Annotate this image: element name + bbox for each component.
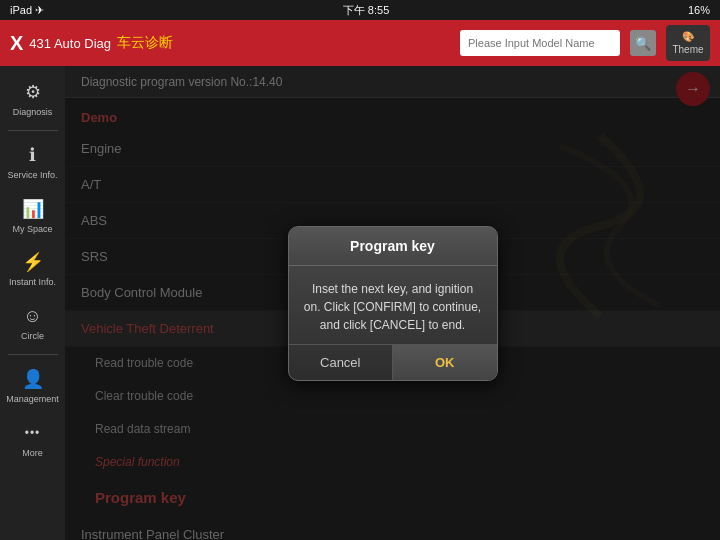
- search-input[interactable]: [460, 30, 620, 56]
- status-ipad: iPad ✈: [10, 4, 44, 17]
- sidebar-label-diagnosis: Diagnosis: [13, 107, 53, 118]
- sidebar-item-instant-info[interactable]: ⚡ Instant Info.: [3, 244, 63, 294]
- logo-cn: 车云诊断: [117, 34, 173, 52]
- sidebar: ⚙ Diagnosis ℹ Service Info. 📊 My Space ⚡…: [0, 66, 65, 540]
- logo-x: X: [10, 32, 23, 55]
- theme-button[interactable]: 🎨 Theme: [666, 25, 710, 61]
- management-icon: 👤: [21, 367, 45, 391]
- modal-body: Inset the next key, and ignition on. Cli…: [289, 266, 497, 344]
- sidebar-divider-1: [8, 130, 58, 131]
- modal-ok-button[interactable]: OK: [393, 345, 497, 380]
- sidebar-label-circle: Circle: [21, 331, 44, 342]
- modal-overlay: Program key Inset the next key, and igni…: [65, 66, 720, 540]
- sidebar-item-circle[interactable]: ☺ Circle: [3, 298, 63, 348]
- modal-header: Program key: [289, 227, 497, 266]
- search-button[interactable]: 🔍: [630, 30, 656, 56]
- status-left: iPad ✈: [10, 4, 44, 17]
- instant-info-icon: ⚡: [21, 250, 45, 274]
- modal-dialog: Program key Inset the next key, and igni…: [288, 226, 498, 381]
- sidebar-label-instant-info: Instant Info.: [9, 277, 56, 288]
- sidebar-item-more[interactable]: ••• More: [3, 415, 63, 465]
- header: X 431 Auto Diag 车云诊断 🔍 🎨 Theme: [0, 20, 720, 66]
- status-bar: iPad ✈ 下午 8:55 16%: [0, 0, 720, 20]
- sidebar-item-my-space[interactable]: 📊 My Space: [3, 191, 63, 241]
- status-time: 下午 8:55: [343, 3, 389, 18]
- main-layout: ⚙ Diagnosis ℹ Service Info. 📊 My Space ⚡…: [0, 66, 720, 540]
- sidebar-divider-2: [8, 354, 58, 355]
- service-info-icon: ℹ: [21, 143, 45, 167]
- my-space-icon: 📊: [21, 197, 45, 221]
- status-battery: 16%: [688, 4, 710, 16]
- modal-buttons: Cancel OK: [289, 344, 497, 380]
- more-icon: •••: [21, 421, 45, 445]
- content-area: Diagnostic program version No.:14.40 → D…: [65, 66, 720, 540]
- circle-icon: ☺: [21, 304, 45, 328]
- sidebar-label-my-space: My Space: [12, 224, 52, 235]
- logo-text: 431 Auto Diag: [29, 36, 111, 51]
- header-logo: X 431 Auto Diag 车云诊断: [10, 32, 173, 55]
- diagnosis-icon: ⚙: [21, 80, 45, 104]
- modal-cancel-button[interactable]: Cancel: [289, 345, 394, 380]
- sidebar-item-management[interactable]: 👤 Management: [3, 361, 63, 411]
- sidebar-label-management: Management: [6, 394, 59, 405]
- theme-label: Theme: [672, 44, 703, 55]
- sidebar-item-diagnosis[interactable]: ⚙ Diagnosis: [3, 74, 63, 124]
- modal-title: Program key: [350, 238, 435, 254]
- status-right: 16%: [688, 4, 710, 16]
- sidebar-label-more: More: [22, 448, 43, 459]
- sidebar-item-service-info[interactable]: ℹ Service Info.: [3, 137, 63, 187]
- theme-icon: 🎨: [682, 31, 694, 42]
- sidebar-label-service-info: Service Info.: [7, 170, 57, 181]
